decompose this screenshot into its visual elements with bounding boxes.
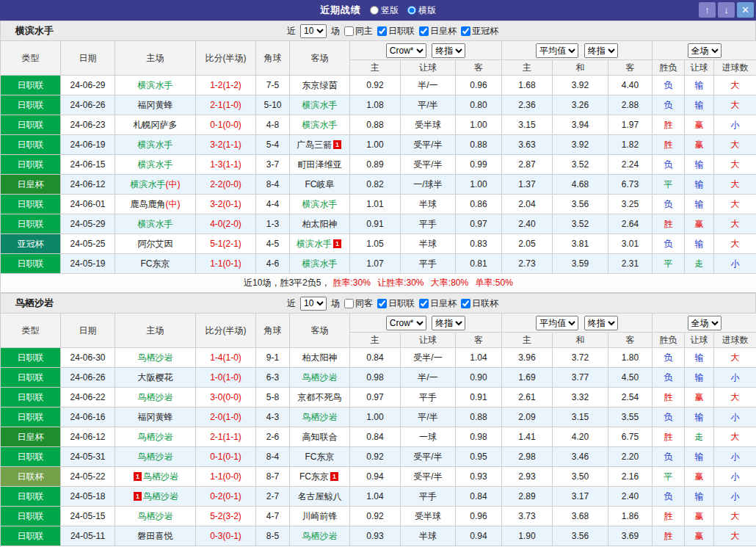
handicap-line-cell: 平手 [401, 254, 456, 274]
corner-cell: 2-7 [256, 487, 290, 507]
score-cell: 3-2(1-1) [196, 135, 256, 155]
avg-kind-select[interactable]: 终指 [584, 316, 618, 330]
odds-kind-select[interactable]: 终指 [432, 43, 465, 58]
avg-draw-cell: 3.15 [553, 407, 608, 427]
filter-bar: 近 10 场 同主 日职联 日皇杯 亚冠杯 [287, 24, 498, 38]
home-team-cell: 鸟栖沙岩 [115, 447, 196, 467]
col-odds-handicap: 让球 [401, 333, 456, 348]
col-odds-handicap: 让球 [401, 60, 456, 76]
avg-draw-cell: 4.68 [553, 175, 608, 195]
match-row: 日职联24-06-29横滨水手1-2(1-2)7-5东京绿茵0.92半/一0.9… [1, 76, 756, 95]
red-card-badge: 1 [330, 472, 338, 481]
odds-home-cell: 0.98 [350, 368, 401, 388]
summary-row: 近10场，胜3平2负5，胜率:30% 让胜率:30% 大率:80% 单率:50% [1, 274, 756, 293]
odds-kind-select[interactable]: 终指 [432, 316, 465, 330]
result-handicap-cell: 输 [685, 348, 714, 368]
home-team-cell: 鸟栖沙岩 [115, 348, 196, 368]
filter-bar: 近 10 场 同客 日职联 日皇杯 日联杯 [287, 297, 498, 311]
result-wdl-cell: 胜 [653, 427, 685, 447]
league-checkbox-input[interactable] [377, 26, 387, 36]
neutral-venue-suffix: (中) [166, 179, 181, 189]
league-type-cell: 日职联 [1, 407, 61, 427]
home-team-cell: 大阪樱花 [115, 368, 196, 388]
match-count-select[interactable]: 10 [300, 24, 327, 38]
away-team-name: 横滨水手 [297, 239, 332, 249]
league-checkbox-jleague[interactable]: 日职联 [377, 297, 415, 310]
league-checkbox-input[interactable] [419, 26, 429, 36]
away-team-cell: FC东京1 [290, 467, 350, 487]
handicap-line-cell: 平手 [401, 388, 456, 407]
league-checkbox-input[interactable] [419, 299, 429, 308]
col-odds-away: 客 [456, 60, 502, 76]
avg-kind-select[interactable]: 终指 [584, 43, 618, 58]
same-venue-input[interactable] [344, 26, 354, 36]
result-goals-cell: 大 [714, 507, 756, 526]
league-type-cell: 日职联 [1, 388, 61, 407]
league-type-cell: 日职联 [1, 195, 61, 214]
league-checkbox-jleague[interactable]: 日职联 [377, 25, 415, 37]
col-result-wdl: 胜负 [653, 60, 685, 76]
league-checkbox-emperors-cup[interactable]: 日皇杯 [419, 25, 457, 37]
league-checkbox-label: 日联杯 [472, 297, 498, 310]
match-row: 日皇杯24-06-12鸟栖沙岩2-1(1-1)2-6高知联合0.84一球0.98… [1, 427, 756, 447]
result-goals-cell: 大 [714, 427, 756, 447]
league-checkbox-input[interactable] [377, 299, 387, 308]
league-checkbox-jleague-cup[interactable]: 日联杯 [461, 297, 498, 310]
handicap-line-cell: 半球 [401, 526, 456, 546]
move-down-button[interactable]: ↓ [718, 2, 735, 18]
avg-draw-cell: 3.50 [553, 467, 608, 487]
match-count-select[interactable]: 10 [300, 297, 327, 311]
odds-away-cell: 0.86 [456, 195, 502, 214]
avg-away-cell: 3.01 [608, 234, 653, 254]
away-team-cell: 横滨水手 [290, 254, 350, 274]
horizontal-radio-input[interactable] [407, 6, 416, 15]
close-button[interactable]: ✕ [737, 2, 754, 18]
move-up-button[interactable]: ↑ [699, 2, 716, 18]
home-team-cell: FC东京 [115, 254, 196, 274]
home-team-name: 福冈黄蜂 [138, 412, 173, 422]
same-venue-input[interactable] [344, 299, 354, 308]
odds-home-cell: 1.08 [350, 95, 401, 115]
col-date: 日期 [61, 314, 115, 348]
avg-draw-cell: 3.56 [553, 526, 608, 546]
layout-radio-horizontal[interactable]: 横版 [407, 4, 436, 17]
same-venue-checkbox[interactable]: 同主 [344, 25, 373, 37]
league-checkbox-emperors-cup[interactable]: 日皇杯 [419, 297, 457, 310]
title-bar: 近期战绩 竖版 横版 ↑ ↓ ✕ [0, 0, 756, 21]
away-team-cell: 鸟栖沙岩 [290, 407, 350, 427]
scope-header: 全场 [653, 314, 756, 333]
layout-radio-vertical[interactable]: 竖版 [370, 4, 399, 17]
scope-select[interactable]: 全场 [688, 316, 722, 330]
average-select[interactable]: 平均值 [536, 316, 578, 330]
league-checkbox-input[interactable] [461, 26, 470, 36]
match-row: 日职联24-06-16福冈黄蜂2-0(1-0)4-3鸟栖沙岩1.00平/半0.8… [1, 407, 756, 427]
result-wdl-cell: 胜 [653, 526, 685, 546]
score-cell: 2-1(1-1) [196, 427, 256, 447]
bookmaker-select[interactable]: Crow* [386, 316, 426, 330]
league-checkbox-acl[interactable]: 亚冠杯 [461, 25, 498, 37]
scope-select[interactable]: 全场 [688, 43, 722, 58]
bookmaker-select[interactable]: Crow* [386, 43, 426, 58]
same-venue-checkbox[interactable]: 同客 [344, 297, 373, 310]
average-select[interactable]: 平均值 [536, 43, 578, 58]
handicap-line-cell: 半/一 [401, 368, 456, 388]
odds-home-cell: 1.00 [350, 135, 401, 155]
score-cell: 1-4(1-0) [196, 348, 256, 368]
league-checkbox-input[interactable] [461, 299, 470, 308]
section-header-1: 横滨水手 近 10 场 同主 日职联 日皇杯 亚冠杯 [0, 21, 756, 40]
corner-cell: 3-7 [256, 155, 290, 175]
handicap-line-cell: 受平/半 [401, 155, 456, 175]
avg-home-cell: 2.93 [502, 467, 553, 487]
home-team-name: 鸟栖沙岩 [138, 452, 173, 462]
result-goals-cell: 大 [714, 195, 756, 214]
odds-home-cell: 1.05 [350, 234, 401, 254]
vertical-radio-input[interactable] [370, 6, 379, 15]
col-avg-away: 客 [608, 60, 653, 76]
handicap-line-cell: 平/半 [401, 95, 456, 115]
result-goals-cell: 大 [714, 135, 756, 155]
odds-away-cell: 0.80 [456, 95, 502, 115]
home-team-cell: 横滨水手 [115, 155, 196, 175]
league-checkbox-label: 日职联 [388, 297, 415, 310]
avg-draw-cell: 3.17 [553, 487, 608, 507]
league-type-cell: 日职联 [1, 526, 61, 546]
